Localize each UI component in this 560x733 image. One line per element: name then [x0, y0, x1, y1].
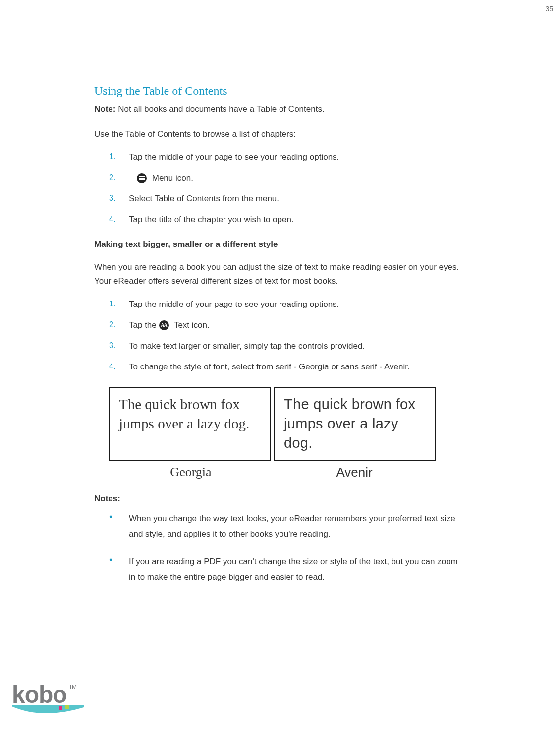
step-number: 2.	[109, 172, 129, 183]
kobo-logo: koboTM	[12, 681, 86, 716]
note-text: Not all books and documents have a Table…	[115, 104, 324, 114]
notes-list: •When you change the way text looks, you…	[109, 511, 461, 585]
brand-name: kobo	[12, 681, 67, 708]
step-number: 4.	[109, 214, 129, 225]
brand-text: koboTM	[12, 681, 86, 708]
list-item: 3.Select Table of Contents from the menu…	[109, 193, 461, 205]
logo-swoosh-icon	[12, 705, 86, 716]
step-text-pre: Tap the	[129, 320, 159, 330]
intro-text-1: Use the Table of Contents to browse a li…	[94, 127, 461, 142]
bullet-icon: •	[109, 511, 129, 523]
page-content: Using the Table of Contents Note: Not al…	[94, 84, 461, 597]
list-item: 1.Tap the middle of your page to see you…	[109, 151, 461, 163]
menu-icon	[137, 173, 147, 183]
list-item: 2.Tap the Text icon.	[109, 319, 461, 331]
text-size-icon	[159, 320, 169, 330]
note-line: Note: Not all books and documents have a…	[94, 103, 461, 116]
list-item: 3.To make text larger or smaller, simply…	[109, 340, 461, 352]
section-title: Using the Table of Contents	[94, 84, 461, 98]
trademark-symbol: TM	[69, 684, 76, 691]
svg-rect-0	[59, 706, 62, 710]
font-label-serif: Georgia	[109, 465, 273, 480]
step-number: 2.	[109, 319, 129, 330]
svg-rect-1	[65, 705, 69, 709]
step-text-part: Menu icon.	[150, 173, 193, 183]
list-item: 4.To change the style of font, select fr…	[109, 361, 461, 373]
steps-list-1: 1.Tap the middle of your page to see you…	[109, 151, 461, 225]
note-item-text: If you are reading a PDF you can't chang…	[129, 554, 461, 585]
step-text: Select Table of Contents from the menu.	[129, 193, 461, 205]
subheading: Making text bigger, smaller or a differe…	[94, 240, 461, 249]
font-sample-sans: The quick brown fox jumps over a lazy do…	[274, 387, 436, 461]
font-label-sans: Avenir	[273, 465, 436, 480]
step-number: 1.	[109, 151, 129, 162]
list-item: 4.Tap the title of the chapter you wish …	[109, 214, 461, 226]
step-number: 4.	[109, 361, 129, 372]
step-text: To make text larger or smaller, simply t…	[129, 340, 461, 352]
step-text: Tap the middle of your page to see your …	[129, 299, 461, 310]
list-item: •When you change the way text looks, you…	[109, 511, 461, 542]
note-item-text: When you change the way text looks, your…	[129, 511, 461, 542]
step-number: 3.	[109, 193, 129, 204]
font-sample-row: The quick brown fox jumps over a lazy do…	[109, 387, 436, 461]
step-number: 3.	[109, 340, 129, 351]
page-number: 35	[545, 5, 553, 13]
font-sample-serif: The quick brown fox jumps over a lazy do…	[109, 387, 271, 461]
step-text: Menu icon.	[129, 172, 461, 184]
step-number: 1.	[109, 299, 129, 309]
step-text: Tap the title of the chapter you wish to…	[129, 214, 461, 226]
note-label: Note:	[94, 104, 115, 114]
steps-list-2: 1.Tap the middle of your page to see you…	[109, 299, 461, 372]
list-item: 2. Menu icon.	[109, 172, 461, 184]
step-text: To change the style of font, select from…	[129, 361, 461, 373]
notes-heading: Notes:	[94, 494, 461, 504]
bullet-icon: •	[109, 554, 129, 566]
intro-text-2: When you are reading a book you can adju…	[94, 260, 461, 289]
step-text: Tap the Text icon.	[129, 319, 461, 331]
list-item: 1.Tap the middle of your page to see you…	[109, 299, 461, 310]
font-label-row: Georgia Avenir	[109, 465, 436, 480]
step-text-post: Text icon.	[172, 320, 210, 330]
step-text: Tap the middle of your page to see your …	[129, 151, 461, 163]
list-item: •If you are reading a PDF you can't chan…	[109, 554, 461, 585]
